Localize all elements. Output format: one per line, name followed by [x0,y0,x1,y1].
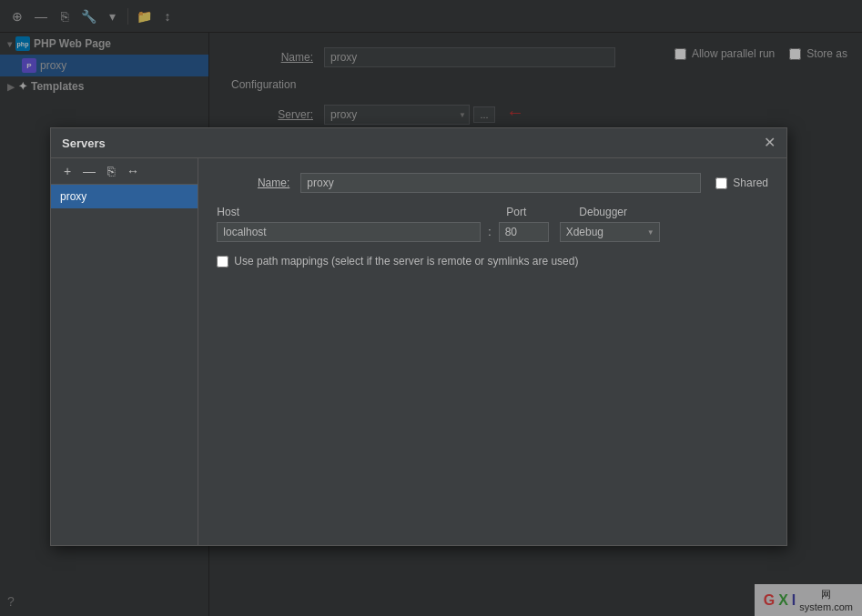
servers-dialog: Servers ✕ + — ⎘ ↔ proxy [50,127,787,546]
debugger-label: Debugger [579,206,627,218]
debugger-select-wrap: Xdebug Zend Debugger None [560,222,660,242]
dialog-list-item-proxy[interactable]: proxy [51,185,198,208]
dialog-content: Name: Shared Host Port Debugger [198,158,786,545]
use-path-checkbox[interactable] [217,256,228,268]
host-input[interactable] [217,222,481,242]
port-input[interactable] [499,222,549,242]
shared-label: Shared [733,177,768,189]
colon-separator: : [484,226,494,238]
debugger-select[interactable]: Xdebug Zend Debugger None [560,222,660,242]
dialog-sidebar-toolbar: + — ⎘ ↔ [51,158,198,185]
dialog-close-btn[interactable]: ✕ [764,136,776,150]
dialog-body: + — ⎘ ↔ proxy Name: [51,158,786,545]
dialog-name-row: Name: Shared [217,173,768,193]
dialog-title: Servers [62,136,106,150]
dialog-titlebar: Servers ✕ [51,128,786,158]
host-label: Host [217,206,499,218]
dialog-move-btn[interactable]: ↔ [124,162,142,180]
host-port-row: Host Port Debugger : Xdebug Zend Debugge… [217,206,768,242]
dialog-name-input[interactable] [300,173,701,193]
shared-checkbox-wrap: Shared [715,177,768,189]
shared-checkbox[interactable] [715,177,727,189]
dialog-name-label: Name: [217,177,289,189]
port-label: Port [506,206,561,218]
host-port-inputs: : Xdebug Zend Debugger None [217,222,659,242]
dialog-copy-btn[interactable]: ⎘ [102,162,120,180]
host-port-labels: Host Port Debugger [217,206,627,218]
dialog-overlay: Servers ✕ + — ⎘ ↔ proxy [0,0,862,616]
use-path-label: Use path mappings (select if the server … [234,255,578,268]
dialog-add-btn[interactable]: + [58,162,76,180]
dialog-remove-btn[interactable]: — [80,162,98,180]
use-path-row: Use path mappings (select if the server … [217,255,768,268]
dialog-sidebar: + — ⎘ ↔ proxy [51,158,198,545]
